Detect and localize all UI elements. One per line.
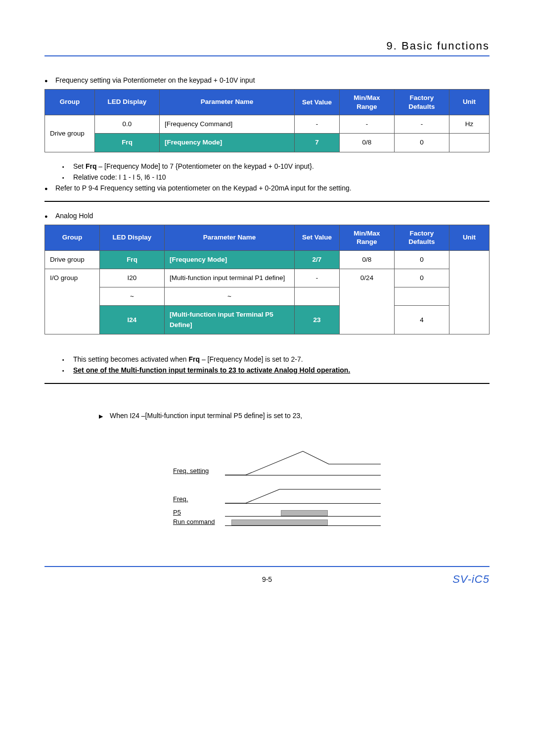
cell-set: 2/7 [295,250,340,269]
cell-led: I24 [100,306,165,334]
cell-led: I20 [100,269,165,287]
note-text: This setting becomes activated when Frq … [73,355,303,363]
th-group: Group [45,225,100,250]
cell-def: 0 [395,250,449,269]
cell-group: I/O group [45,269,100,334]
cell-param: [Frequency Mode] [165,250,295,269]
cell-set [295,287,340,306]
th-range: Min/Max Range [340,90,395,115]
diag-label-p5: P5 [173,509,225,517]
cell-led: Frq [95,134,160,152]
section-divider [44,201,490,202]
note-item: Refer to P 9-4 Frequency setting via pot… [44,184,490,192]
cell-unit [449,134,490,152]
cell-param: [Multi-function input terminal P1 define… [165,269,295,287]
product-name: SV-iC5 [452,573,490,586]
cell-range: 0/8 [340,134,395,152]
note-item: Relative code: I 1 - I 5, I6 - I10 [62,173,490,181]
note-text: Relative code: I 1 - I 5, I6 - I10 [73,173,166,181]
table-row: Frq [Frequency Mode] 7 0/8 0 [45,134,490,152]
cell-param: [Frequency Command] [160,115,295,134]
table-row: ~ ~ [45,287,490,306]
cell-param: [Frequency Mode] [160,134,295,152]
note-item: This setting becomes activated when Frq … [62,355,490,363]
note-text: When I24 –[Multi-function input terminal… [110,412,302,420]
cell-range: 0/8 [340,250,395,269]
section-title: Frequency setting via Potentiometer on t… [55,76,255,84]
table-header-row: Group LED Display Parameter Name Set Val… [45,90,490,115]
table-row: I24 [Multi-function input Terminal P5 De… [45,306,490,334]
cell-def: 0 [395,134,449,152]
cell-group: Drive group [45,115,95,152]
section-divider [44,383,490,384]
th-set: Set Value [295,90,340,115]
note-item: Set Frq – [Frequency Mode] to 7 {Potenti… [62,162,490,170]
square-bullet-icon [62,162,73,170]
cell-def: - [395,115,449,134]
note-text: Refer to P 9-4 Frequency setting via pot… [55,184,352,192]
cell-led: Frq [100,250,165,269]
th-defaults: Factory Defaults [395,225,449,250]
diag-plot-freq-setting [225,449,381,475]
cell-def [395,287,449,306]
th-led: LED Display [100,225,165,250]
diag-label-freq: Freq. [173,495,225,504]
section-bullet: Analog Hold [44,212,490,220]
th-unit: Unit [449,225,490,250]
bullet-dot-icon [44,184,55,192]
cell-unit [449,250,490,334]
note-text: Set Frq – [Frequency Mode] to 7 {Potenti… [73,162,314,170]
cell-set: 7 [295,134,340,152]
page-number: 9-5 [262,575,272,583]
cell-set: - [295,269,340,287]
cell-range: 0/24 [340,269,395,334]
th-set: Set Value [295,225,340,250]
page-footer: 9-5 SV-iC5 [44,566,490,587]
table-row: I/O group I20 [Multi-function input term… [45,269,490,287]
cell-led: 0.0 [95,115,160,134]
note-text: Set one of the Multi-function input term… [73,366,350,374]
bullet-dot-icon [44,76,55,84]
section-title: Analog Hold [55,212,93,220]
chapter-title: 9. Basic functions [44,40,490,56]
table-row: Drive group Frq [Frequency Mode] 2/7 0/8… [45,250,490,269]
diag-plot-freq [225,482,381,504]
note-item: When I24 –[Multi-function input terminal… [99,412,490,420]
timing-diagram: Freq. setting Freq. P5 Run co [173,449,381,526]
cell-led: ~ [100,287,165,306]
th-group: Group [45,90,95,115]
parameter-table-1: Group LED Display Parameter Name Set Val… [44,89,490,152]
section-bullet: Frequency setting via Potentiometer on t… [44,76,490,84]
triangle-bullet-icon [99,412,110,420]
th-unit: Unit [449,90,490,115]
note-item: Set one of the Multi-function input term… [62,366,490,374]
cell-set: - [295,115,340,134]
square-bullet-icon [62,366,73,374]
th-led: LED Display [95,90,160,115]
cell-group: Drive group [45,250,100,269]
diag-bar-p5 [225,509,381,517]
th-range: Min/Max Range [340,225,395,250]
cell-def: 0 [395,269,449,287]
diag-bar-run [225,519,381,526]
parameter-table-2: Group LED Display Parameter Name Set Val… [44,225,490,334]
th-param: Parameter Name [160,90,295,115]
diag-label-run: Run command [173,518,225,526]
th-defaults: Factory Defaults [395,90,449,115]
cell-range: - [340,115,395,134]
cell-def: 4 [395,306,449,334]
cell-set: 23 [295,306,340,334]
bullet-dot-icon [44,212,55,220]
cell-param: [Multi-function input Terminal P5 Define… [165,306,295,334]
cell-param: ~ [165,287,295,306]
table-header-row: Group LED Display Parameter Name Set Val… [45,225,490,250]
th-param: Parameter Name [165,225,295,250]
cell-unit: Hz [449,115,490,134]
diag-label-freq-setting: Freq. setting [173,467,225,475]
table-row: Drive group 0.0 [Frequency Command] - - … [45,115,490,134]
square-bullet-icon [62,173,73,181]
square-bullet-icon [62,355,73,363]
